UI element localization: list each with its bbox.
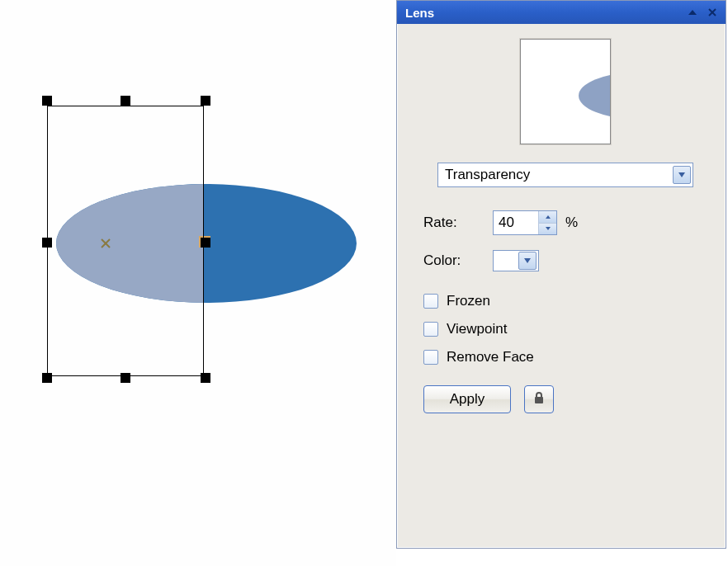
- color-chip: [495, 253, 517, 268]
- apply-button-label: Apply: [450, 391, 485, 408]
- svg-marker-9: [546, 227, 551, 230]
- lens-selection-rect[interactable]: [47, 106, 204, 376]
- selection-handle-nw[interactable]: [42, 96, 52, 106]
- selection-handle-sw[interactable]: [42, 373, 52, 383]
- lens-type-select[interactable]: Transparency: [437, 163, 693, 187]
- selection-handle-ne[interactable]: [201, 96, 210, 106]
- close-icon[interactable]: [704, 5, 721, 20]
- rate-spinner[interactable]: 40: [493, 210, 557, 235]
- remove-face-label: Remove Face: [447, 349, 534, 366]
- chevron-down-icon[interactable]: [673, 166, 691, 184]
- remove-face-checkbox[interactable]: [423, 350, 438, 365]
- collapse-icon[interactable]: [684, 5, 701, 20]
- lock-button[interactable]: [524, 385, 554, 413]
- viewpoint-label: Viewpoint: [447, 321, 507, 337]
- selection-handle-w[interactable]: [42, 238, 52, 248]
- lens-type-value: Transparency: [445, 167, 673, 183]
- panel-titlebar[interactable]: Lens: [397, 1, 726, 24]
- lock-icon: [533, 391, 545, 408]
- panel-body: Transparency Rate: 40 %: [397, 24, 726, 432]
- color-picker[interactable]: [493, 250, 539, 271]
- spinner-up-icon[interactable]: [539, 211, 556, 224]
- document-canvas[interactable]: [0, 0, 396, 566]
- svg-marker-10: [524, 258, 531, 263]
- svg-rect-11: [535, 397, 543, 403]
- panel-title: Lens: [405, 6, 681, 20]
- svg-point-6: [579, 73, 611, 119]
- selection-handle-e[interactable]: [201, 238, 210, 248]
- rate-value[interactable]: 40: [494, 211, 538, 234]
- color-label: Color:: [423, 252, 481, 269]
- apply-button[interactable]: Apply: [423, 385, 511, 413]
- svg-marker-7: [678, 172, 685, 177]
- svg-marker-8: [546, 215, 551, 219]
- svg-marker-3: [688, 10, 697, 15]
- lens-docker-panel: Lens Transparency Rate:: [396, 0, 726, 549]
- rate-unit: %: [565, 215, 578, 231]
- selection-handle-s[interactable]: [121, 373, 130, 383]
- selection-handle-n[interactable]: [121, 96, 130, 106]
- selection-handle-se[interactable]: [201, 373, 210, 383]
- frozen-label: Frozen: [447, 293, 490, 309]
- frozen-checkbox[interactable]: [423, 294, 438, 309]
- rate-label: Rate:: [423, 215, 481, 231]
- viewpoint-checkbox[interactable]: [423, 322, 438, 337]
- spinner-down-icon[interactable]: [539, 224, 556, 235]
- lens-preview: [520, 39, 611, 144]
- chevron-down-icon[interactable]: [518, 252, 537, 270]
